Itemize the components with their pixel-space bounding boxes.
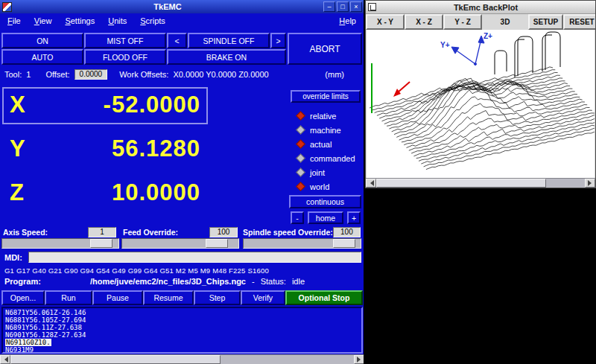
radio-machine[interactable]: machine (297, 123, 355, 137)
slider-thumb[interactable] (333, 239, 355, 248)
radio-joint[interactable]: joint (297, 165, 355, 179)
menubar: File View Settings Units Scripts Help (0, 13, 364, 28)
backplot-horizontal-scrollbar[interactable] (366, 178, 595, 188)
radio-relative[interactable]: relative (297, 109, 355, 123)
scroll-right-button[interactable] (585, 179, 595, 188)
scroll-left-icon (1, 357, 8, 363)
override-limits-button[interactable]: override limits (291, 90, 361, 103)
program-line: N6901Y56.128Z-27.634 (5, 331, 359, 339)
close-button[interactable]: × (350, 1, 362, 12)
slider-thumb[interactable] (206, 239, 228, 248)
spindle-button[interactable]: SPINDLE OFF (188, 33, 270, 48)
resume-button[interactable]: Resume (143, 290, 194, 305)
program-line: N6891Y56.11Z-27.638 (5, 324, 359, 331)
radio-commanded[interactable]: commanded (297, 151, 355, 165)
minimize-button[interactable]: – (323, 1, 335, 12)
spindle-override-group: Spindle speed Override: 100 (243, 227, 361, 237)
program-status-row: Program: /home/juve/emc2/nc_files/3D_Chi… (4, 277, 359, 286)
scrollbar-thumb[interactable] (10, 355, 221, 364)
radio-world[interactable]: world (297, 179, 355, 194)
jog-minus-button[interactable]: - (291, 211, 304, 224)
backplot-window: TkEmc BackPlot X - Y X - Z Y - Z 3D SETU… (365, 0, 596, 188)
maximize-button[interactable]: □ (337, 1, 349, 12)
slider-thumb[interactable] (90, 239, 112, 248)
machine-on-button[interactable]: ON (1, 33, 83, 48)
spindle-decrease-button[interactable]: < (167, 33, 187, 48)
tab-reset[interactable]: RESET (563, 14, 595, 30)
program-line: N6881Y56.105Z-27.694 (5, 316, 359, 324)
radio-label: joint (310, 168, 325, 177)
scrollbar-thumb[interactable] (376, 179, 546, 188)
abort-button[interactable]: ABORT (288, 33, 362, 65)
close-icon: × (354, 4, 358, 10)
axis-y-value: 56.1280 (112, 135, 200, 162)
feed-override-slider[interactable] (121, 238, 239, 249)
minimize-icon: – (327, 4, 331, 10)
axis-display-z[interactable]: Z 10.0000 (2, 175, 208, 212)
tkemc-titlebar[interactable]: TkEMC – □ × (0, 0, 364, 13)
menu-settings[interactable]: Settings (65, 16, 95, 25)
radio-label: actual (310, 140, 332, 149)
axis-display-x[interactable]: X -52.0000 (2, 87, 208, 124)
tab-xz[interactable]: X - Z (405, 14, 443, 30)
scrollbar-track[interactable] (546, 179, 585, 188)
flood-button[interactable]: FLOOD OFF (84, 49, 166, 65)
pause-button[interactable]: Pause (92, 290, 143, 305)
menu-help[interactable]: Help (339, 16, 356, 25)
tool-value: 1 (26, 70, 31, 79)
axis-display-y[interactable]: Y 56.1280 (2, 131, 208, 168)
jog-plus-button[interactable]: + (347, 211, 361, 224)
radio-indicator-icon (296, 153, 305, 163)
status-value: idle (292, 277, 305, 286)
menu-scripts[interactable]: Scripts (140, 16, 165, 25)
tab-3d[interactable]: 3D (482, 14, 528, 30)
scroll-left-button[interactable] (0, 355, 10, 364)
mist-button[interactable]: MIST OFF (84, 33, 166, 48)
menu-file[interactable]: File (7, 16, 21, 25)
menu-units[interactable]: Units (108, 16, 127, 25)
open-button[interactable]: Open... (1, 290, 45, 305)
brake-button[interactable]: BRAKE ON (167, 49, 286, 65)
x-axis-arrow-icon (393, 82, 410, 97)
mdi-input[interactable] (28, 252, 361, 263)
scrollbar-track[interactable] (221, 355, 354, 364)
offset-label: Offset: (45, 70, 69, 79)
verify-button[interactable]: Verify (241, 290, 285, 305)
spindle-increase-button[interactable]: > (270, 33, 286, 48)
program-buttons-row: Open... Run Pause Resume Step Verify Opt… (1, 290, 363, 305)
program-path: /home/juve/emc2/nc_files/3D_Chips.ngc (90, 277, 246, 286)
status-label: Status: (261, 277, 286, 286)
program-line: N6871Y56.061Z-26.146 (5, 309, 359, 316)
axis-z-value: 10.0000 (112, 179, 200, 206)
jog-mode-select[interactable]: continuous (289, 195, 361, 208)
menu-view[interactable]: View (34, 16, 52, 25)
spindle-override-slider[interactable] (243, 238, 361, 249)
tool-status-row: Tool: 1 Offset: 0.0000 Work Offsets: X0.… (4, 68, 361, 80)
scroll-left-button[interactable] (366, 179, 376, 188)
home-button[interactable]: home (308, 211, 343, 224)
step-button[interactable]: Step (194, 290, 241, 305)
feed-override-group: Feed Override: 100 (123, 227, 238, 237)
radio-label: world (310, 182, 329, 191)
optional-stop-button[interactable]: Optional Stop (285, 290, 363, 305)
offset-entry[interactable]: 0.0000 (74, 69, 108, 80)
program-label: Program: (4, 277, 41, 286)
scroll-right-icon (357, 357, 364, 363)
radio-actual[interactable]: actual (297, 137, 355, 151)
axis-speed-slider[interactable] (1, 238, 119, 249)
run-button[interactable]: Run (45, 290, 92, 305)
backplot-app-icon (368, 3, 376, 11)
app-icon (2, 2, 12, 12)
scroll-right-button[interactable] (354, 355, 364, 364)
program-horizontal-scrollbar[interactable] (0, 354, 364, 364)
backplot-canvas: Z+ Y+ (367, 30, 595, 178)
tab-xy[interactable]: X - Y (366, 14, 405, 30)
tab-setup[interactable]: SETUP (528, 14, 563, 30)
program-text-view[interactable]: N6871Y56.061Z-26.146 N6881Y56.105Z-27.69… (1, 307, 363, 354)
spindle-override-value: 100 (333, 227, 361, 237)
radio-indicator-icon (296, 111, 305, 121)
backplot-titlebar[interactable]: TkEmc BackPlot (366, 1, 595, 14)
mode-auto-button[interactable]: AUTO (1, 49, 83, 65)
tab-yz[interactable]: Y - Z (443, 14, 482, 30)
tool-triad (451, 36, 484, 66)
